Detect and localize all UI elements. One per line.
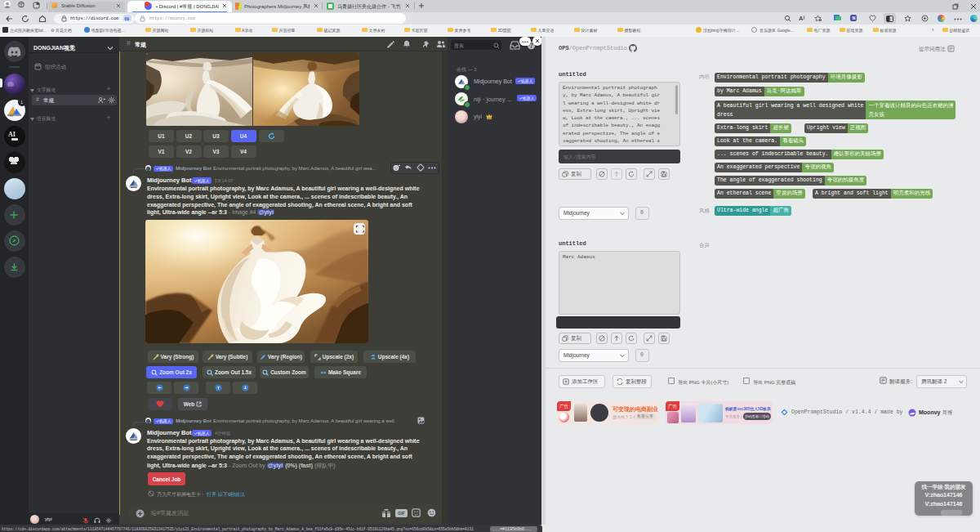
svg-text:MJ: MJ bbox=[10, 114, 13, 118]
